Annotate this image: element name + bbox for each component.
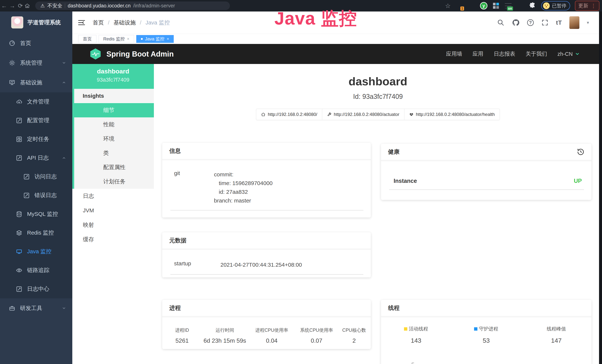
git-key: git <box>174 170 214 205</box>
forward-icon[interactable]: → <box>8 2 16 9</box>
sidebar-item-error-log[interactable]: 错误日志 <box>0 186 72 205</box>
close-icon[interactable]: × <box>127 37 129 41</box>
metadata-card-header: 元数据 <box>162 232 371 249</box>
menu-item-environment[interactable]: 环境 <box>74 132 154 146</box>
reload-icon[interactable]: ⟳ <box>16 2 24 9</box>
git-id-line: id: 27aa832 <box>214 187 273 196</box>
sidebar-item-java-monitor[interactable]: Java 监控 <box>0 242 72 261</box>
sidebar-item-access-log[interactable]: 访问日志 <box>0 167 72 186</box>
edit-doc-icon <box>16 155 22 161</box>
tab-redis-monitor[interactable]: Redis 监控 × <box>99 35 134 43</box>
tab-home[interactable]: 首页 <box>78 35 97 43</box>
menu-item-metrics[interactable]: 性能 <box>74 117 154 132</box>
history-icon[interactable] <box>577 148 584 156</box>
gear-icon <box>9 60 15 66</box>
legend-live-label: 活动线程 <box>409 326 428 332</box>
health-instance-row[interactable]: Instance UP <box>381 161 591 184</box>
menu-item-logs[interactable]: 日志 <box>72 189 154 203</box>
url-path[interactable]: /infra/admin-server <box>133 3 175 9</box>
breadcrumb-home[interactable]: 首页 <box>93 19 104 27</box>
instance-header: dashboard 93a3fc7f7409 <box>72 64 154 89</box>
browser-menu-icon[interactable]: ⋮ <box>591 3 596 9</box>
user-avatar[interactable] <box>569 16 579 29</box>
col-cpus: CPU核心数 <box>337 327 371 333</box>
fullscreen-icon[interactable] <box>541 19 548 26</box>
sidebar-item-system[interactable]: 系统管理 <box>0 53 72 73</box>
sidebar-item-redis[interactable]: Redis 监控 <box>0 224 72 242</box>
sidebar-item-api-log[interactable]: API 日志 <box>0 149 72 167</box>
menu-item-caches[interactable]: 缓存 <box>72 232 154 247</box>
sba-nav: 应用墙 应用 日志报表 关于我们 zh-CN <box>446 50 602 58</box>
actuator-url-link[interactable]: http://192.168.0.2:48080/actuator <box>322 109 404 120</box>
sidebar-item-log-center[interactable]: 日志中心 <box>0 280 72 298</box>
git-commit-line: commit: <box>214 170 273 179</box>
tag-tabs: 首页 Redis 监控 × Java 监控 × <box>72 34 602 44</box>
back-icon[interactable]: ← <box>0 2 8 9</box>
sidebar-item-label: 访问日志 <box>34 173 57 181</box>
menu-item-config-props[interactable]: 配置属性 <box>74 160 154 174</box>
extension-green-icon[interactable] <box>517 2 524 10</box>
tab-java-monitor[interactable]: Java 监控 × <box>136 35 174 43</box>
search-icon[interactable] <box>497 19 505 26</box>
home-icon[interactable] <box>24 3 33 9</box>
sba-sidebar: dashboard 93a3fc7f7409 Insights 细节 性能 环境… <box>72 64 154 364</box>
extension-orange-icon[interactable]: 1 <box>456 2 463 10</box>
profile-chip[interactable]: 已暂停 <box>541 1 570 11</box>
sidebar-item-tracing[interactable]: 链路追踪 <box>0 261 72 280</box>
sidebar-item-mysql[interactable]: MySQL 监控 <box>0 205 72 224</box>
github-icon[interactable] <box>512 19 520 27</box>
sba-nav-applications[interactable]: 应用 <box>473 50 483 58</box>
health-card-title: 健康 <box>388 148 399 156</box>
sidebar-item-config[interactable]: 配置管理 <box>0 111 72 130</box>
locale-selector[interactable]: zh-CN <box>558 51 580 57</box>
extension-grid-icon[interactable] <box>492 2 500 10</box>
sba-nav-about[interactable]: 关于我们 <box>526 50 547 58</box>
locale-label: zh-CN <box>558 51 573 57</box>
threads-legend: 活动线程 143 守护进程 53 线程峰值 147 <box>381 317 591 344</box>
sba-nav-journal[interactable]: 日志报表 <box>494 50 515 58</box>
bookmark-star-icon[interactable]: ☆ <box>445 2 451 10</box>
menu-item-jvm[interactable]: JVM <box>72 203 154 218</box>
help-icon[interactable]: ? <box>527 19 534 26</box>
menu-item-details[interactable]: 细节 <box>74 103 154 117</box>
menu-section-insights[interactable]: Insights <box>74 89 154 103</box>
collapse-menu-icon[interactable] <box>78 20 85 26</box>
breadcrumb: 首页 / 基础设施 / Java 监控 <box>93 19 170 27</box>
admin-sidebar: 芋道管理系统 首页 系统管理 基础设施 文件管理 配置管理 <box>0 11 72 364</box>
breadcrumb-infra[interactable]: 基础设施 <box>113 19 136 27</box>
font-size-icon[interactable]: tT <box>556 19 562 26</box>
url-host[interactable]: dashboard.yudao.iocoder.cn <box>68 3 130 9</box>
extension-on-icon[interactable]: on <box>505 2 512 10</box>
startup-value: 2021-04-27T00:44:31.254+08:00 <box>220 260 302 269</box>
service-url-link[interactable]: http://192.168.0.2:48080/ <box>256 109 322 120</box>
edit-icon <box>16 117 22 124</box>
menu-item-classes[interactable]: 类 <box>74 146 154 160</box>
sidebar-item-dev-tools[interactable]: 研发工具 <box>0 298 72 318</box>
user-menu-caret-icon[interactable]: ▾ <box>587 20 589 25</box>
menu-item-scheduled-tasks[interactable]: 计划任务 <box>74 174 154 189</box>
update-button[interactable]: 更新 ⋮ <box>575 1 599 11</box>
sidebar-item-home[interactable]: 首页 <box>0 33 72 53</box>
process-card: 进程 进程ID 运行时间 进程CPU使用率 系统CPU使用率 CPU核心数 52… <box>162 300 371 349</box>
health-url-link[interactable]: http://192.168.0.2:48080/actuator/health <box>404 109 500 120</box>
extension-y-icon[interactable]: y <box>480 2 487 10</box>
scrollbar[interactable] <box>599 11 602 364</box>
sidebar-item-infra[interactable]: 基础设施 <box>0 73 72 92</box>
sidebar-item-files[interactable]: 文件管理 <box>0 92 72 111</box>
sba-brand-title[interactable]: Spring Boot Admin <box>107 50 174 58</box>
extension-pin-icon[interactable] <box>468 2 475 10</box>
health-url: http://192.168.0.2:48080/actuator/health <box>416 112 495 117</box>
close-icon[interactable]: × <box>167 37 169 41</box>
security-label[interactable]: 不安全 <box>47 2 62 9</box>
startup-key: startup <box>174 260 220 269</box>
menu-item-mappings[interactable]: 映射 <box>72 218 154 232</box>
address-bar[interactable]: ⚠ 不安全 dashboard.yudao.iocoder.cn/infra/a… <box>35 1 230 10</box>
breadcrumb-separator: / <box>140 20 141 26</box>
legend-peak: 线程峰值 147 <box>521 326 591 344</box>
actuator-url: http://192.168.0.2:48080/actuator <box>334 112 399 117</box>
val-cpus: 2 <box>337 337 371 344</box>
sidebar-item-label: 配置管理 <box>27 117 49 124</box>
extensions-puzzle-icon[interactable] <box>529 2 536 10</box>
sidebar-item-jobs[interactable]: 定时任务 <box>0 130 72 149</box>
sba-nav-wallboard[interactable]: 应用墙 <box>446 50 462 58</box>
